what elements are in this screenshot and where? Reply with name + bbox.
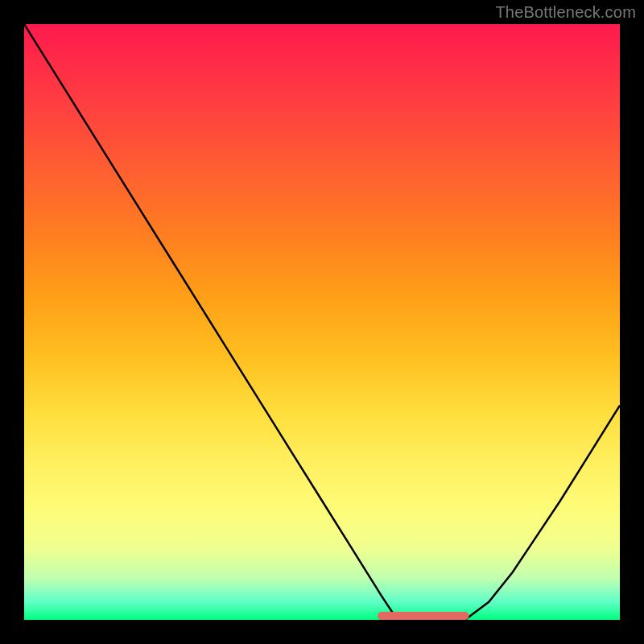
chart-frame: TheBottleneck.com <box>0 0 644 644</box>
chart-plot-area <box>24 24 620 620</box>
watermark-text: TheBottleneck.com <box>495 3 636 22</box>
bottleneck-curve <box>24 24 620 620</box>
chart-curve-svg <box>24 24 620 620</box>
